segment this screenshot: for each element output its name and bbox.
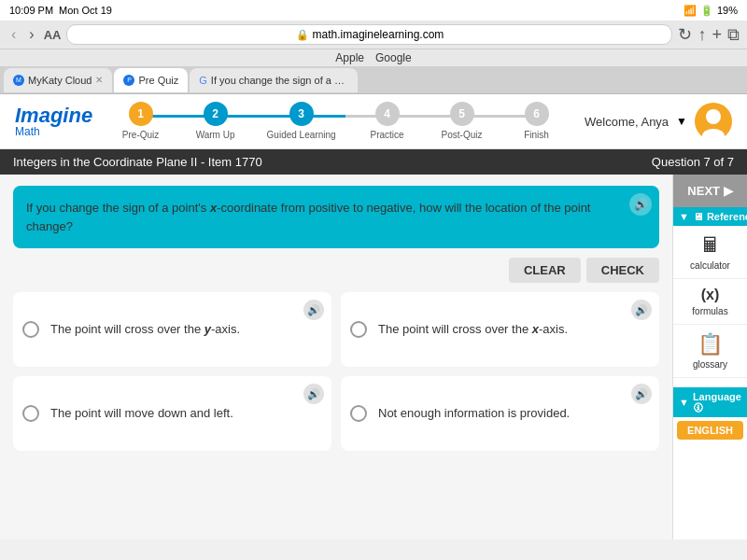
bookmark-google[interactable]: Google	[375, 51, 412, 64]
question-area: 🔊 If you change the sign of a point's x-…	[0, 175, 672, 539]
tool-formulas[interactable]: (x) formulas	[673, 279, 747, 325]
share-button[interactable]: ↑	[698, 25, 706, 45]
battery-level: 19%	[717, 5, 738, 16]
glossary-label: glossary	[693, 359, 727, 370]
new-tab-button[interactable]: +	[712, 25, 722, 45]
step-guided: 3 Guided Learning	[267, 102, 336, 141]
question-info: Question 7 of 7	[652, 155, 734, 169]
steps-container: 1 Pre-Quiz 2 Warm Up 3 Guided Learning 4…	[118, 102, 560, 141]
step-2-circle: 2	[204, 102, 228, 126]
tool-glossary[interactable]: 📋 glossary	[673, 325, 747, 378]
question-title: Integers in the Coordinate Plane II - It…	[13, 155, 262, 169]
step-1-circle: 1	[129, 102, 153, 126]
answer-1-sound-button[interactable]: 🔊	[303, 300, 324, 320]
step-6-circle: 6	[525, 102, 549, 126]
dropdown-icon[interactable]: ▼	[676, 115, 687, 128]
step-2-label: Warm Up	[196, 130, 235, 141]
radio-4[interactable]	[350, 405, 367, 422]
answer-card-4: 🔊 Not enough information is provided.	[341, 376, 659, 451]
question-bar: Integers in the Coordinate Plane II - It…	[0, 149, 747, 175]
url-text: math.imaginelearning.com	[313, 28, 444, 41]
battery-icon: 🔋	[700, 5, 713, 17]
question-sound-button[interactable]: 🔊	[629, 193, 652, 216]
url-bar[interactable]: 🔒 math.imaginelearning.com	[66, 24, 672, 45]
tab-question[interactable]: G If you change the sign of a point's x …	[190, 68, 358, 92]
answer-3-sound-button[interactable]: 🔊	[303, 384, 324, 404]
tab-prequiz[interactable]: P Pre Quiz	[114, 68, 188, 92]
reference-label: Reference	[707, 211, 747, 222]
bookmarks-bar: Apple Google	[0, 49, 747, 66]
tab-mykaty-label: MyKaty Cloud	[28, 75, 92, 86]
answer-text-1: The point will cross over the y-axis.	[50, 321, 240, 338]
answer-text-3: The point will move down and left.	[50, 405, 233, 422]
step-5-label: Post-Quiz	[442, 130, 483, 141]
logo-math: Math	[15, 126, 92, 137]
bookmark-apple[interactable]: Apple	[335, 51, 364, 64]
question-text: If you change the sign of a point's x-co…	[26, 199, 622, 235]
step-practice: 4 Practice	[364, 102, 411, 141]
step-1-label: Pre-Quiz	[122, 130, 159, 141]
tab-mykaty[interactable]: M MyKaty Cloud ✕	[4, 68, 112, 92]
calculator-label: calculator	[690, 260, 730, 271]
step-4-label: Practice	[370, 130, 403, 141]
answer-card-1: 🔊 The point will cross over the y-axis.	[13, 292, 331, 367]
answer-2-sound-button[interactable]: 🔊	[631, 300, 652, 320]
answer-text-2: The point will cross over the x-axis.	[378, 321, 568, 338]
logo-imagine: Imagine	[15, 105, 92, 126]
step-warmup: 2 Warm Up	[192, 102, 239, 141]
check-button[interactable]: CHECK	[586, 258, 659, 283]
radio-2[interactable]	[350, 321, 367, 338]
answers-grid: 🔊 The point will cross over the y-axis. …	[13, 292, 659, 451]
avatar	[695, 103, 732, 140]
main-content: 🔊 If you change the sign of a point's x-…	[0, 175, 747, 539]
reader-button[interactable]: AA	[44, 28, 62, 42]
tabs-button[interactable]: ⧉	[727, 25, 740, 45]
step-3-circle: 3	[289, 102, 314, 126]
right-sidebar: NEXT ▶ ▼ 🖥 Reference 🖩 calculator (x) fo…	[672, 175, 747, 539]
answer-4-sound-button[interactable]: 🔊	[631, 384, 652, 404]
radio-1[interactable]	[22, 321, 39, 338]
answer-text-4: Not enough information is provided.	[378, 405, 570, 422]
calculator-icon: 🖩	[700, 233, 721, 258]
tool-calculator[interactable]: 🖩 calculator	[673, 226, 747, 279]
browser-tabs: M MyKaty Cloud ✕ P Pre Quiz G If you cha…	[0, 66, 747, 94]
next-button[interactable]: NEXT ▶	[673, 175, 747, 207]
forward-button[interactable]: ›	[25, 24, 37, 45]
step-6-label: Finish	[524, 130, 549, 141]
logo: Imagine Math	[15, 105, 92, 137]
prequiz-icon: P	[123, 75, 134, 86]
lock-icon: 🔒	[296, 29, 309, 41]
formulas-label: formulas	[692, 306, 727, 316]
formulas-icon: (x)	[701, 287, 720, 303]
welcome-text: Welcome, Anya	[585, 115, 669, 129]
welcome-area: Welcome, Anya ▼	[585, 103, 732, 140]
language-toggle: ▼	[679, 397, 689, 408]
tab-prequiz-label: Pre Quiz	[138, 75, 178, 86]
radio-3[interactable]	[22, 405, 39, 422]
step-finish: 6 Finish	[514, 102, 560, 141]
back-button[interactable]: ‹	[7, 24, 20, 45]
tab-mykaty-close[interactable]: ✕	[95, 75, 103, 85]
mykaty-icon: M	[13, 75, 24, 86]
reference-toggle: ▼	[679, 211, 689, 222]
progress-steps: 1 Pre-Quiz 2 Warm Up 3 Guided Learning 4…	[92, 102, 585, 141]
step-5-circle: 5	[450, 102, 474, 126]
day: Mon Oct 19	[59, 5, 112, 16]
time: 10:09 PM	[9, 5, 53, 16]
question-card: 🔊 If you change the sign of a point's x-…	[13, 186, 659, 248]
step-prequiz: 1 Pre-Quiz	[118, 102, 164, 141]
google-icon: G	[199, 75, 207, 86]
refresh-button[interactable]: ↻	[678, 24, 692, 45]
reference-icon: 🖥	[693, 211, 703, 222]
reference-section[interactable]: ▼ 🖥 Reference	[673, 207, 747, 226]
wifi-icon: 📶	[684, 5, 697, 17]
step-4-circle: 4	[375, 102, 400, 126]
language-label: Language 🛈	[693, 391, 741, 413]
clear-button[interactable]: CLEAR	[509, 258, 581, 283]
language-section[interactable]: ▼ Language 🛈	[673, 387, 747, 417]
answer-card-2: 🔊 The point will cross over the x-axis.	[341, 292, 659, 367]
language-button[interactable]: ENGLISH	[677, 421, 743, 440]
status-bar: 10:09 PM Mon Oct 19 📶 🔋 19%	[0, 0, 747, 21]
svg-point-1	[706, 109, 721, 124]
tab-question-label: If you change the sign of a point's x x …	[211, 75, 348, 86]
